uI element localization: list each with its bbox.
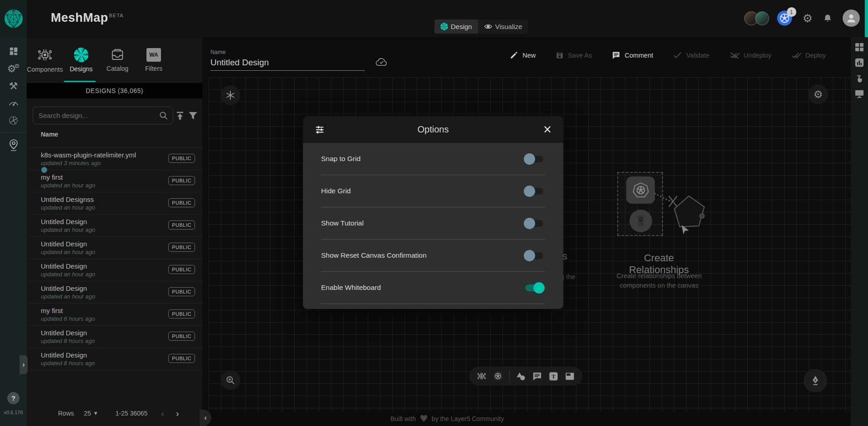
screen-share-icon[interactable] xyxy=(854,89,864,98)
toggle-knob xyxy=(524,218,535,229)
new-button[interactable]: New xyxy=(510,51,536,59)
design-row[interactable]: Untitled Design updated 8 hours ago PUBL… xyxy=(29,326,202,348)
notifications-bell-icon[interactable] xyxy=(823,13,833,24)
visibility-badge: PUBLIC xyxy=(168,220,195,230)
nav-extensions-icon[interactable] xyxy=(0,112,27,129)
dock-kubernetes-icon[interactable] xyxy=(493,371,503,382)
beta-badge: BETA xyxy=(109,13,124,18)
option-toggle[interactable] xyxy=(525,284,543,291)
nav-dashboard-icon[interactable] xyxy=(0,43,27,60)
nav-configuration-icon[interactable]: ⚒ xyxy=(0,77,27,94)
flower-asterisk-icon xyxy=(225,90,235,100)
analytics-chart-icon[interactable] xyxy=(854,58,864,68)
rows-label: Rows xyxy=(58,410,74,417)
option-row: Hide Grid xyxy=(321,175,545,207)
touch-gesture-icon[interactable] xyxy=(854,73,864,83)
canvas-toolbar: New Save As Comment Validate xyxy=(510,51,826,59)
canvas-settings-button[interactable]: ⚙ xyxy=(808,84,828,104)
canvas-dock: T xyxy=(469,367,582,386)
design-name-input[interactable] xyxy=(210,55,365,71)
nav-meshmap-icon[interactable] xyxy=(0,137,27,154)
design-row[interactable]: my first updated 6 hours ago PUBLIC xyxy=(29,304,202,326)
help-button[interactable]: ? xyxy=(7,392,20,404)
save-as-button[interactable]: Save As xyxy=(556,51,592,59)
caret-down-icon: ▼ xyxy=(94,411,98,416)
footer-collapse-chevron[interactable]: ‹ xyxy=(200,410,211,426)
user-avatar[interactable] xyxy=(843,10,860,27)
cloud-saved-icon[interactable] xyxy=(375,57,388,67)
toggle-knob xyxy=(524,186,535,197)
name-field-label: Name xyxy=(210,49,387,55)
search-icon[interactable] xyxy=(159,111,168,120)
zoom-in-icon xyxy=(225,375,235,385)
design-name-field: Name xyxy=(210,49,387,71)
rail-divider xyxy=(0,132,27,133)
meshery-logo[interactable] xyxy=(0,0,27,37)
zoom-in-button[interactable] xyxy=(220,370,240,390)
design-row[interactable]: Untitled Designss updated an hour ago PU… xyxy=(29,192,202,215)
designs-spiral-icon xyxy=(74,48,88,62)
option-toggle[interactable] xyxy=(525,252,543,259)
notification-count-badge: 1 xyxy=(787,7,796,17)
canvas-actions-button[interactable] xyxy=(220,85,240,105)
option-toggle[interactable] xyxy=(525,188,543,195)
designs-sidebar: Components Designs Catalog WA Filters DE… xyxy=(27,37,202,426)
option-toggle[interactable] xyxy=(525,220,543,227)
dock-comment-icon[interactable] xyxy=(532,371,542,382)
dock-media-icon[interactable] xyxy=(565,371,575,382)
close-icon[interactable]: × xyxy=(541,122,554,136)
dock-shapes-icon[interactable] xyxy=(516,371,526,382)
design-row[interactable]: Untitled Design updated an hour ago PUBL… xyxy=(29,259,202,281)
tab-designs[interactable]: Designs xyxy=(63,37,99,83)
visualize-mode-button[interactable]: Visualize xyxy=(478,20,528,34)
panel-expand-chevron[interactable]: › xyxy=(20,355,28,374)
footer-credit: Built with ♥ by the Layer5 Community xyxy=(390,411,504,426)
options-list: Snap to Grid Hide Grid Show Tutorial Sho… xyxy=(303,143,563,309)
design-row[interactable]: Untitled Design updated an hour ago PUBL… xyxy=(29,281,202,304)
comment-icon xyxy=(612,51,620,59)
header-actions: 1 ⚙ xyxy=(744,10,860,27)
visibility-badge: PUBLIC xyxy=(168,198,195,207)
tab-catalog[interactable]: Catalog xyxy=(99,37,136,83)
design-row[interactable]: k8s-wasm-plugin-ratelimiter.yml updated … xyxy=(29,148,202,170)
page-size-select[interactable]: 25 ▼ xyxy=(84,410,98,417)
deploy-button[interactable]: Deploy xyxy=(791,51,826,59)
nav-lifecycle-icon[interactable]: ⚙⚙ xyxy=(0,60,27,77)
next-page-chevron[interactable]: › xyxy=(176,408,179,419)
design-row[interactable]: my first updated an hour ago PUBLIC xyxy=(29,170,202,192)
freehand-draw-button[interactable] xyxy=(804,369,827,392)
tune-sliders-icon xyxy=(315,125,325,135)
header: MeshMapBETA Design Visualize xyxy=(0,0,868,37)
eye-icon xyxy=(484,22,493,31)
validate-button[interactable]: Validate xyxy=(673,51,709,59)
collaborator-avatar-2[interactable] xyxy=(755,11,769,25)
prev-page-chevron[interactable]: ‹ xyxy=(161,408,164,419)
design-row[interactable]: Untitled Design updated an hour ago PUBL… xyxy=(29,237,202,259)
design-mode-button[interactable]: Design xyxy=(434,20,478,34)
option-label: Show Reset Canvas Confirmation xyxy=(321,251,427,260)
tab-filters[interactable]: WA Filters xyxy=(136,37,172,83)
undeploy-cross-check-icon xyxy=(730,51,740,59)
design-search xyxy=(33,107,173,124)
kubernetes-context-button[interactable]: 1 xyxy=(776,10,793,26)
version-label: v0.6.176 xyxy=(0,410,27,415)
right-tool-strip xyxy=(851,37,868,426)
import-design-icon[interactable] xyxy=(175,111,185,121)
tab-components[interactable]: Components xyxy=(27,37,63,83)
option-label: Hide Grid xyxy=(321,187,351,195)
dock-components-icon[interactable] xyxy=(477,371,487,381)
filter-funnel-icon[interactable] xyxy=(188,111,198,120)
option-toggle[interactable] xyxy=(525,156,543,162)
options-modal-header: Options × xyxy=(303,116,563,143)
nav-performance-icon[interactable] xyxy=(0,94,27,112)
comment-button[interactable]: Comment xyxy=(612,51,653,59)
settings-gear-icon[interactable]: ⚙ xyxy=(803,12,813,25)
search-input[interactable] xyxy=(39,112,159,119)
design-row[interactable]: Untitled Design updated 8 hours ago PUBL… xyxy=(29,348,202,370)
tutorial-k8s-node xyxy=(626,176,655,204)
undeploy-button[interactable]: Undeploy xyxy=(730,51,771,59)
design-row[interactable]: Untitled Design updated an hour ago PUBL… xyxy=(29,215,202,237)
widgets-grid-icon[interactable] xyxy=(855,43,864,52)
right-drawer-accent xyxy=(865,0,868,37)
dock-text-icon[interactable]: T xyxy=(548,371,559,382)
